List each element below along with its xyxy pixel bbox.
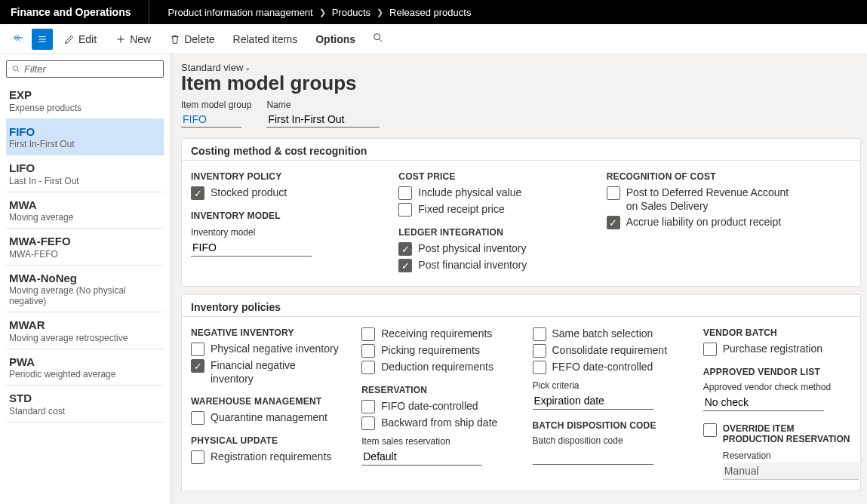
sidebar-item-exp[interactable]: EXPExpense products [6, 82, 164, 119]
app-title: Finance and Operations [11, 0, 149, 24]
stocked-product-checkbox[interactable]: Stocked product [191, 186, 376, 200]
post-deferred-label: Post to Deferred Revenue Account on Sale… [626, 186, 792, 213]
edit-button[interactable]: Edit [56, 30, 104, 48]
reg-req-checkbox[interactable]: Registration requirements [191, 450, 339, 464]
fefo-date-checkbox[interactable]: FEFO date-controlled [533, 361, 681, 374]
pick-crit-input[interactable] [533, 392, 653, 410]
pick-req-checkbox[interactable]: Picking requirements [361, 344, 509, 358]
fifo-date-label: FIFO date-controlled [381, 400, 478, 413]
new-button[interactable]: New [107, 30, 158, 48]
costing-panel-head[interactable]: Costing method & cost recognition [182, 139, 860, 161]
vendor-batch-head: VENDOR BATCH [703, 327, 851, 338]
pick-req-label: Picking requirements [381, 344, 480, 358]
reg-req-label: Registration requirements [211, 450, 331, 464]
page-title: Item model groups [181, 72, 867, 95]
quarantine-label: Quarantine management [211, 411, 327, 425]
same-batch-checkbox[interactable]: Same batch selection [533, 327, 681, 341]
post-deferred-checkbox[interactable]: Post to Deferred Revenue Account on Sale… [607, 186, 792, 213]
post-physical-checkbox[interactable]: Post physical inventory [398, 242, 583, 256]
related-items-button[interactable]: Related items [226, 30, 306, 48]
back-button[interactable] [8, 29, 29, 50]
sidebar-item-desc: Expense products [9, 103, 161, 113]
breadcrumb-item-2[interactable]: Products [332, 7, 370, 18]
avl-head: APPROVED VENDOR LIST [703, 367, 851, 377]
group-field-input[interactable] [181, 112, 241, 128]
override-head: OVERRIDE ITEM PRODUCTION RESERVATION [723, 423, 851, 444]
stocked-product-label: Stocked product [211, 186, 287, 200]
svg-line-7 [380, 39, 382, 41]
breadcrumb: Product information management ❯ Product… [149, 7, 471, 18]
name-field-input[interactable] [266, 112, 380, 128]
override-res-input [723, 463, 859, 480]
sidebar-item-code: PWA [9, 355, 161, 370]
chevron-down-icon: ⌄ [244, 63, 251, 72]
sidebar-item-desc: First In-First Out [9, 139, 161, 149]
sidebar-item-mwar[interactable]: MWARMoving average retrospective [6, 312, 164, 349]
options-button[interactable]: Options [308, 30, 363, 48]
delete-button[interactable]: Delete [161, 30, 222, 48]
batch-disp-label: Batch disposition code [533, 435, 681, 446]
avl-label: Approved vendor check method [703, 382, 851, 392]
sidebar-item-mwa-fefo[interactable]: MWA-FEFOMWA-FEFO [6, 229, 164, 266]
sidebar-item-fifo[interactable]: FIFOFirst In-First Out [6, 119, 164, 156]
item-sales-res-label: Item sales reservation [361, 436, 509, 447]
fin-neg-label: Financial negative inventory [211, 359, 339, 386]
include-physical-checkbox[interactable]: Include physical value [398, 186, 583, 200]
arrow-left-icon [12, 32, 24, 44]
sidebar: EXPExpense productsFIFOFirst In-First Ou… [0, 54, 171, 504]
accrue-checkbox[interactable]: Accrue liability on product receipt [607, 216, 792, 229]
sidebar-item-desc: Last In - First Out [9, 176, 161, 186]
fixed-receipt-checkbox[interactable]: Fixed receipt price [398, 203, 583, 217]
batch-disp-input[interactable] [533, 447, 653, 465]
search-button[interactable] [366, 29, 390, 49]
sidebar-item-code: EXP [9, 88, 161, 103]
fifo-date-checkbox[interactable]: FIFO date-controlled [361, 400, 509, 413]
avl-input[interactable] [703, 394, 824, 411]
inventory-model-input[interactable] [191, 239, 312, 257]
svg-point-6 [374, 34, 380, 40]
phys-neg-checkbox[interactable]: Physical negative inventory [191, 343, 339, 356]
sidebar-item-mwa[interactable]: MWAMoving average [6, 192, 164, 229]
sidebar-item-lifo[interactable]: LIFOLast In - First Out [6, 155, 164, 192]
recv-req-checkbox[interactable]: Receiving requirements [361, 327, 509, 341]
group-field-label: Item model group [181, 100, 251, 110]
sidebar-item-pwa[interactable]: PWAPeriodic weighted average [6, 349, 164, 386]
breadcrumb-item-3[interactable]: Released products [389, 7, 471, 18]
sidebar-item-desc: Moving average retrospective [9, 333, 161, 343]
svg-point-8 [13, 66, 18, 71]
purch-reg-checkbox[interactable]: Purchase registration [703, 343, 851, 356]
delete-label: Delete [184, 33, 214, 45]
inventory-model-label: Inventory model [191, 227, 376, 238]
post-financial-label: Post financial inventory [418, 259, 527, 272]
quarantine-checkbox[interactable]: Quarantine management [191, 411, 339, 425]
item-sales-res-input[interactable] [361, 448, 482, 466]
neg-inv-head: NEGATIVE INVENTORY [191, 327, 339, 338]
ded-req-label: Deduction requirements [381, 361, 493, 374]
name-field-label: Name [266, 100, 380, 110]
related-label: Related items [233, 33, 298, 45]
edit-label: Edit [78, 33, 97, 45]
inventory-model-head: INVENTORY MODEL [191, 211, 376, 221]
backward-checkbox[interactable]: Backward from ship date [361, 416, 509, 430]
filter-box[interactable] [6, 60, 164, 78]
phys-neg-label: Physical negative inventory [211, 343, 339, 356]
list-icon [36, 33, 48, 45]
recv-req-label: Receiving requirements [381, 327, 492, 341]
chevron-right-icon: ❯ [319, 8, 326, 17]
filter-input[interactable] [24, 63, 158, 75]
costing-panel: Costing method & cost recognition INVENT… [181, 138, 861, 287]
sidebar-item-mwa-noneg[interactable]: MWA-NoNegMoving average (No physical neg… [6, 266, 164, 313]
sidebar-item-std[interactable]: STDStandard cost [6, 386, 164, 423]
ledger-integration-head: LEDGER INTEGRATION [398, 227, 583, 238]
inventory-policies-head[interactable]: Inventory policies [182, 295, 860, 317]
list-view-button[interactable] [32, 29, 53, 50]
fin-neg-checkbox[interactable]: Financial negative inventory [191, 359, 339, 386]
sidebar-item-desc: MWA-FEFO [9, 249, 161, 260]
post-financial-checkbox[interactable]: Post financial inventory [398, 259, 583, 272]
recognition-head: RECOGNITION OF COST [607, 171, 792, 182]
override-checkbox[interactable] [703, 423, 717, 437]
ded-req-checkbox[interactable]: Deduction requirements [361, 361, 509, 374]
toolbar: Edit New Delete Related items Options [0, 24, 867, 54]
consolidate-checkbox[interactable]: Consolidate requirement [533, 344, 681, 358]
breadcrumb-item-1[interactable]: Product information management [168, 7, 312, 18]
